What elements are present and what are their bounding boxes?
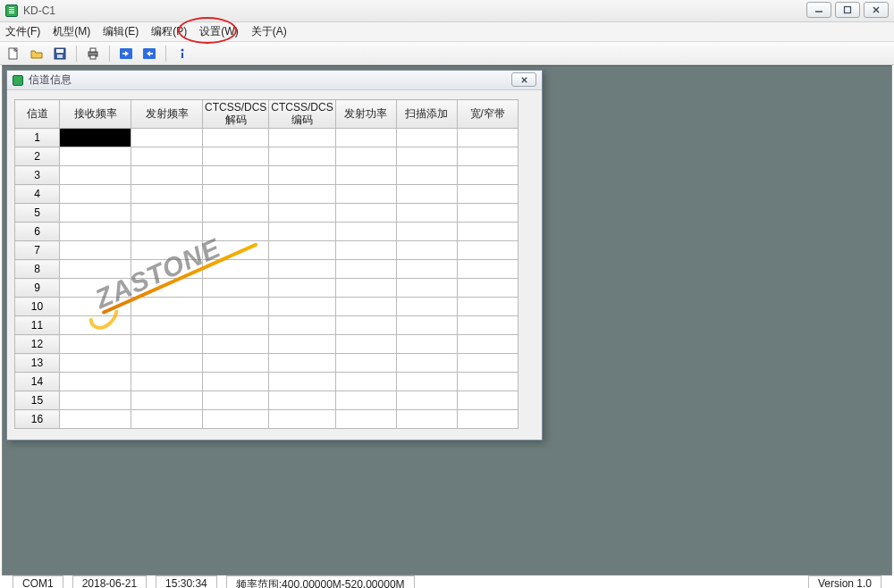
cell[interactable] [396,279,457,298]
cell[interactable] [269,373,335,391]
row-header[interactable]: 2 [15,147,60,166]
col-header[interactable]: 宽/窄带 [457,100,518,129]
cell[interactable] [269,223,335,241]
cell[interactable] [60,204,131,223]
cell[interactable] [203,391,269,410]
col-header[interactable]: 接收频率 [60,100,131,129]
cell[interactable] [335,316,396,335]
row-header[interactable]: 7 [15,241,60,260]
cell[interactable] [335,185,396,204]
cell[interactable] [131,410,203,429]
cell[interactable] [396,410,457,429]
cell[interactable] [269,354,335,373]
cell[interactable] [203,129,269,147]
cell[interactable] [60,316,131,335]
cell[interactable] [457,204,518,223]
cell[interactable] [60,410,131,429]
cell[interactable] [335,129,396,147]
cell[interactable] [60,354,131,373]
cell[interactable] [335,391,396,410]
cell[interactable] [335,373,396,391]
cell[interactable] [396,373,457,391]
row-header[interactable]: 1 [15,129,60,147]
cell[interactable] [457,354,518,373]
cell[interactable] [457,373,518,391]
cell[interactable] [269,316,335,335]
cell[interactable] [60,279,131,298]
cell[interactable] [203,223,269,241]
cell[interactable] [131,354,203,373]
cell[interactable] [203,166,269,185]
cell[interactable] [396,335,457,354]
cell[interactable] [203,185,269,204]
cell[interactable] [269,129,335,147]
cell[interactable] [131,223,203,241]
menu-file[interactable]: 文件(F) [5,24,40,39]
cell[interactable] [457,241,518,260]
cell[interactable] [60,129,131,147]
cell[interactable] [396,185,457,204]
cell[interactable] [457,279,518,298]
row-header[interactable]: 15 [15,391,60,410]
minimize-button[interactable] [806,2,831,18]
cell[interactable] [269,185,335,204]
cell[interactable] [131,204,203,223]
cell[interactable] [335,204,396,223]
cell[interactable] [269,166,335,185]
write-to-radio-button[interactable] [139,44,159,63]
cell[interactable] [396,223,457,241]
maximize-button[interactable] [835,2,860,18]
cell[interactable] [269,391,335,410]
cell[interactable] [203,373,269,391]
cell[interactable] [203,410,269,429]
info-button[interactable] [173,44,192,63]
cell[interactable] [335,279,396,298]
menu-model[interactable]: 机型(M) [53,24,90,39]
cell[interactable] [457,129,518,147]
cell[interactable] [131,373,203,391]
cell[interactable] [396,166,457,185]
menu-settings[interactable]: 设置(W) [199,24,238,39]
row-header[interactable]: 5 [15,204,60,223]
cell[interactable] [269,204,335,223]
cell[interactable] [131,316,203,335]
menu-program[interactable]: 编程(P) [151,24,187,39]
cell[interactable] [396,129,457,147]
new-button[interactable] [4,44,23,63]
cell[interactable] [396,260,457,279]
row-header[interactable]: 13 [15,354,60,373]
cell[interactable] [457,185,518,204]
child-close-button[interactable] [511,72,536,87]
cell[interactable] [60,391,131,410]
read-from-radio-button[interactable] [116,44,136,63]
row-header[interactable]: 9 [15,279,60,298]
cell[interactable] [60,298,131,316]
cell[interactable] [457,391,518,410]
cell[interactable] [335,298,396,316]
close-button[interactable] [864,2,889,18]
col-header[interactable]: CTCSS/DCS编码 [269,100,335,129]
cell[interactable] [203,354,269,373]
cell[interactable] [203,316,269,335]
menu-edit[interactable]: 编辑(E) [103,24,139,39]
cell[interactable] [203,260,269,279]
cell[interactable] [269,279,335,298]
channel-table[interactable]: 信道接收频率发射频率CTCSS/DCS解码CTCSS/DCS编码发射功率扫描添加… [14,99,519,429]
cell[interactable] [60,185,131,204]
row-header[interactable]: 12 [15,335,60,354]
save-button[interactable] [50,44,70,63]
row-header[interactable]: 11 [15,316,60,335]
cell[interactable] [457,410,518,429]
cell[interactable] [396,391,457,410]
cell[interactable] [203,241,269,260]
col-header[interactable]: 发射频率 [131,100,203,129]
cell[interactable] [335,260,396,279]
cell[interactable] [203,279,269,298]
cell[interactable] [131,260,203,279]
row-header[interactable]: 14 [15,373,60,391]
cell[interactable] [269,241,335,260]
row-header[interactable]: 10 [15,298,60,316]
row-header[interactable]: 16 [15,410,60,429]
cell[interactable] [131,147,203,166]
cell[interactable] [457,260,518,279]
